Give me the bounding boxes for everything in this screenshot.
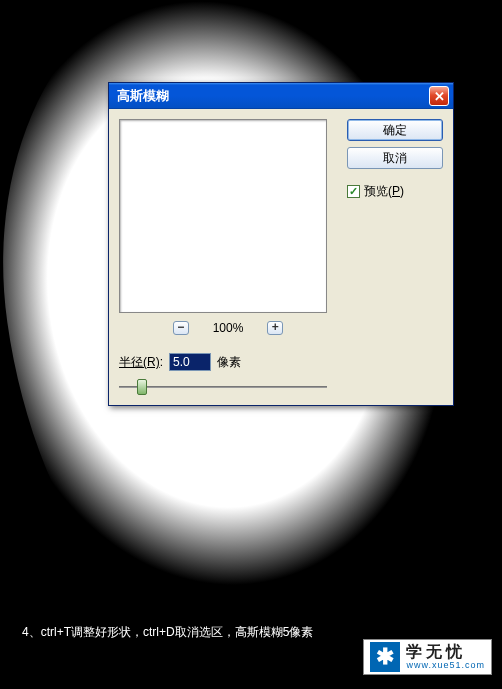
zoom-controls: − 100% + (119, 321, 337, 335)
ok-button[interactable]: 确定 (347, 119, 443, 141)
gaussian-blur-dialog: 高斯模糊 ✕ − 100% + 半径(R): 像素 确定 取消 (108, 82, 454, 406)
zoom-in-button[interactable]: + (267, 321, 283, 335)
zoom-value: 100% (213, 321, 244, 335)
radius-input[interactable] (169, 353, 211, 371)
radius-label: 半径(R): (119, 354, 163, 371)
dialog-left-column: − 100% + 半径(R): 像素 (119, 119, 337, 395)
slider-thumb[interactable] (137, 379, 147, 395)
preview-checkbox-row: ✓ 预览(P) (347, 183, 443, 200)
close-icon: ✕ (434, 89, 445, 104)
watermark-sub: www.xue51.com (406, 661, 485, 671)
radius-slider[interactable] (119, 379, 327, 395)
preview-label: 预览(P) (364, 183, 404, 200)
close-button[interactable]: ✕ (429, 86, 449, 106)
preview-canvas[interactable] (119, 119, 327, 313)
dialog-titlebar[interactable]: 高斯模糊 ✕ (109, 83, 453, 109)
slider-track (119, 386, 327, 388)
dialog-body: − 100% + 半径(R): 像素 确定 取消 ✓ 预览(P) (109, 109, 453, 405)
dialog-title: 高斯模糊 (117, 87, 429, 105)
step-caption: 4、ctrl+T调整好形状，ctrl+D取消选区，高斯模糊5像素 (22, 624, 313, 641)
preview-checkbox[interactable]: ✓ (347, 185, 360, 198)
radius-unit: 像素 (217, 354, 241, 371)
radius-row: 半径(R): 像素 (119, 353, 337, 371)
cancel-button[interactable]: 取消 (347, 147, 443, 169)
watermark-text: 学无忧 www.xue51.com (406, 643, 485, 670)
dialog-right-column: 确定 取消 ✓ 预览(P) (347, 119, 443, 395)
zoom-out-button[interactable]: − (173, 321, 189, 335)
watermark-main: 学无忧 (406, 643, 485, 661)
watermark-icon: ✱ (370, 642, 400, 672)
watermark: ✱ 学无忧 www.xue51.com (363, 639, 492, 675)
